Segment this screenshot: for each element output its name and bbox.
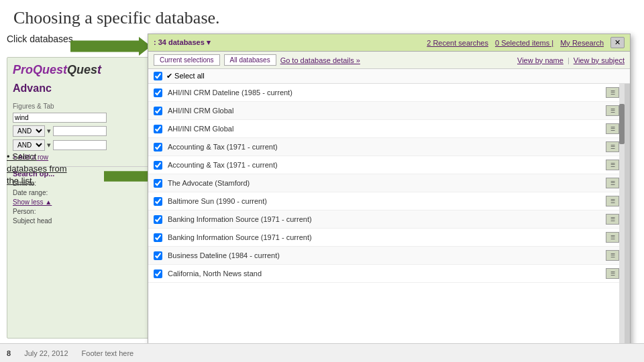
footer-text: Footer text here: [82, 349, 134, 357]
table-row: California, North News stand ☰: [148, 265, 625, 283]
db-detail-icon-5[interactable]: ☰: [606, 178, 619, 188]
db-detail-icon-8[interactable]: ☰: [606, 232, 619, 243]
all-databases-btn[interactable]: All databases: [224, 54, 276, 66]
overlay-close-button[interactable]: ✕: [610, 37, 625, 48]
person-label: Person:: [13, 208, 148, 215]
database-list: AHI/INI CRM Dateline (1985 - current) ☰ …: [148, 84, 630, 346]
table-row: AHI/INI CRM Dateline (1985 - current) ☰: [148, 84, 625, 102]
select-all-row: ✔ Select all: [148, 69, 630, 84]
table-row: Business Dateline (1984 - current) ☰: [148, 247, 625, 265]
db-name-10: California, North News stand: [168, 269, 600, 278]
proquest-background: ProQuestQuest Advanc Figures & Tab ANDOR…: [7, 57, 154, 339]
operator-select-2[interactable]: ANDORNOT: [13, 139, 45, 151]
db-topbar: : 34 databases ▾ 2 Recent searches 0 Sel…: [148, 34, 630, 52]
operator-select-1[interactable]: ANDORNOT: [13, 125, 45, 137]
db-name-9: Business Dateline (1984 - current): [168, 251, 600, 259]
db-name-4: Accounting & Tax (1971 - current): [168, 161, 600, 169]
click-databases-label: Click databases: [7, 34, 73, 44]
click-databases-arrow: [70, 37, 151, 56]
db-detail-icon-1[interactable]: ☰: [606, 105, 619, 116]
my-research-link[interactable]: My Research: [560, 39, 604, 47]
select-all-label: ✔ Select all: [166, 72, 205, 80]
table-row: AHI/INI CRM Global ☰: [148, 120, 625, 138]
db-name-2: AHI/INI CRM Global: [168, 125, 600, 133]
selected-items-label: 0 Selected items |: [495, 39, 553, 47]
db-name-8: Banking Information Source (1971 - curre…: [168, 233, 600, 241]
search-input[interactable]: [13, 113, 107, 123]
db-checkbox-2[interactable]: [154, 125, 162, 133]
db-detail-icon-10[interactable]: ☰: [606, 268, 619, 279]
proquest-logo: ProQuestQuest: [7, 58, 154, 80]
view-by-subject-link[interactable]: View by subject: [574, 56, 625, 64]
table-row: Banking Information Source (1971 - curre…: [148, 210, 625, 229]
db-detail-icon-2[interactable]: ☰: [606, 123, 619, 134]
db-count: : 34 databases ▾: [154, 38, 211, 47]
page-title: Choosing a specific database.: [0, 0, 644, 34]
db-checkbox-4[interactable]: [154, 161, 162, 170]
footer-date: July 22, 2012: [24, 349, 68, 357]
footer: 8 July 22, 2012 Footer text here: [0, 343, 644, 362]
table-row: The Advocate (Stamford) ☰: [148, 174, 625, 192]
search-field-2[interactable]: [53, 126, 107, 136]
db-detail-icon-9[interactable]: ☰: [606, 250, 619, 261]
select-all-checkbox[interactable]: [154, 72, 162, 80]
db-name-6: Baltimore Sun (1990 - current): [168, 197, 600, 205]
db-detail-icon-0[interactable]: ☰: [606, 87, 619, 98]
table-row: Accounting & Tax (1971 - current) ☰: [148, 138, 625, 156]
db-detail-icon-4[interactable]: ☰: [606, 160, 619, 170]
db-checkbox-10[interactable]: [154, 269, 162, 278]
db-checkbox-3[interactable]: [154, 143, 162, 152]
table-row: Banking Information Source (1971 - curre…: [148, 229, 625, 247]
db-name-5: The Advocate (Stamford): [168, 179, 600, 187]
subject-head-label: Subject head: [13, 217, 148, 225]
db-detail-icon-7[interactable]: ☰: [606, 214, 619, 225]
db-detail-icon-3[interactable]: ☰: [606, 141, 619, 152]
db-name-1: AHI/INI CRM Global: [168, 107, 600, 115]
db-name-7: Banking Information Source (1971 - curre…: [168, 215, 600, 223]
db-checkbox-7[interactable]: [154, 215, 162, 224]
scrollbar-track[interactable]: [619, 84, 625, 346]
select-databases-bullet: • Selectdatabases fromthe list.: [7, 151, 67, 188]
db-checkbox-9[interactable]: [154, 251, 162, 260]
go-to-details-link[interactable]: Go to database details »: [280, 56, 360, 64]
view-by-name-link[interactable]: View by name: [517, 56, 564, 64]
figures-label: Figures & Tab: [13, 103, 148, 110]
scrollbar-thumb[interactable]: [619, 104, 625, 144]
show-less-label[interactable]: Show less ▲: [13, 198, 148, 206]
footer-page-num: 8: [7, 349, 11, 357]
db-checkbox-0[interactable]: [154, 88, 162, 97]
db-navbar: Current selections All databases Go to d…: [148, 52, 630, 69]
database-overlay: : 34 databases ▾ 2 Recent searches 0 Sel…: [148, 34, 631, 362]
advanced-search-title: Advanc: [7, 80, 154, 97]
table-row: Accounting & Tax (1971 - current) ☰: [148, 156, 625, 174]
search-field-3[interactable]: [53, 140, 107, 150]
db-checkbox-5[interactable]: [154, 179, 162, 188]
table-row: AHI/INI CRM Global ☰: [148, 102, 625, 120]
db-name-0: AHI/INI CRM Dateline (1985 - current): [168, 88, 600, 97]
table-row: Baltimore Sun (1990 - current) ☰: [148, 192, 625, 210]
db-checkbox-6[interactable]: [154, 197, 162, 206]
db-detail-icon-6[interactable]: ☰: [606, 196, 619, 206]
recent-searches-link[interactable]: 2 Recent searches: [427, 39, 488, 47]
db-checkbox-8[interactable]: [154, 233, 162, 242]
db-checkbox-1[interactable]: [154, 107, 162, 115]
date-range-label: Date range:: [13, 189, 148, 196]
db-name-3: Accounting & Tax (1971 - current): [168, 143, 600, 151]
current-selections-btn[interactable]: Current selections: [154, 54, 220, 66]
